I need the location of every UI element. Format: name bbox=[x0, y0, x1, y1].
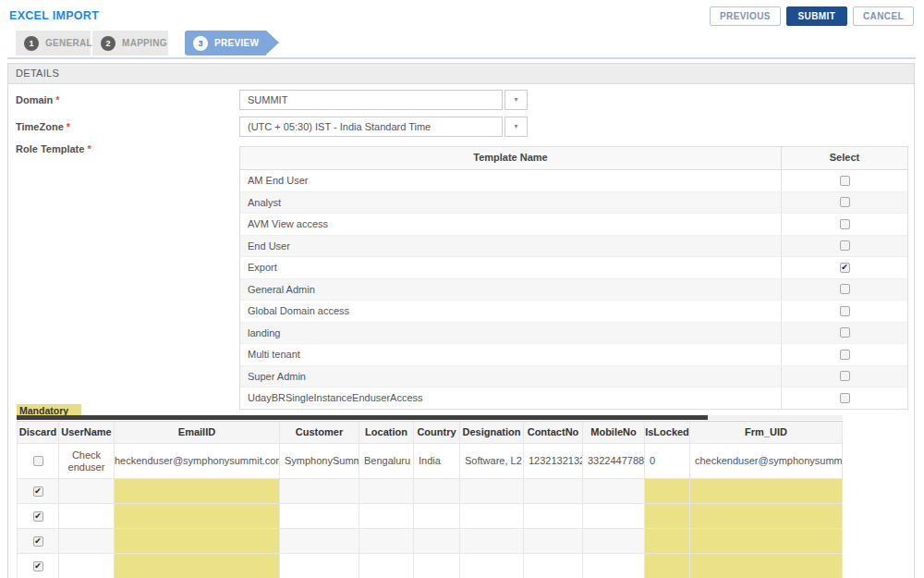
discard-checkbox[interactable] bbox=[33, 561, 43, 572]
cell-discard bbox=[17, 504, 59, 529]
step-mapping[interactable]: 2MAPPING bbox=[92, 31, 168, 55]
role-select-cell bbox=[782, 366, 907, 387]
role-select-checkbox[interactable] bbox=[840, 197, 850, 207]
cell-country bbox=[414, 504, 460, 529]
role-template-row: AM End User bbox=[240, 170, 907, 192]
cell-emailid bbox=[115, 504, 280, 529]
role-select-cell bbox=[782, 170, 907, 191]
cell-islocked bbox=[645, 529, 690, 554]
required-asterisk: * bbox=[67, 121, 70, 132]
role-select-cell bbox=[782, 344, 907, 365]
cell-username bbox=[59, 554, 115, 578]
discard-checkbox[interactable] bbox=[33, 536, 43, 547]
cell-islocked bbox=[645, 554, 690, 578]
timezone-select-arrow-icon[interactable]: ▾ bbox=[505, 117, 528, 137]
role-select-checkbox[interactable] bbox=[840, 219, 850, 229]
role-template-label: Role Template* bbox=[16, 143, 91, 154]
cell-username bbox=[59, 529, 115, 554]
role-template-row: Export bbox=[240, 257, 907, 279]
cell-location bbox=[359, 554, 414, 578]
template-name-cell: Multi tenant bbox=[240, 344, 782, 365]
role-template-row: AVM View access bbox=[240, 214, 907, 236]
cell-mobileno bbox=[583, 529, 645, 554]
role-select-checkbox[interactable] bbox=[840, 263, 850, 273]
cell-country bbox=[414, 529, 460, 554]
column-header-mobileno: MobileNo bbox=[583, 422, 645, 444]
column-header-customer: Customer bbox=[280, 422, 359, 444]
role-select-cell bbox=[782, 387, 907, 409]
timezone-label: TimeZone* bbox=[16, 121, 70, 132]
step-bar-underline bbox=[7, 57, 916, 59]
role-select-cell bbox=[782, 279, 907, 301]
role-select-cell bbox=[782, 301, 907, 322]
cell-islocked bbox=[645, 504, 690, 529]
cell-designation bbox=[460, 529, 524, 554]
horizontal-scrollbar-track[interactable] bbox=[17, 415, 843, 420]
role-template-row: Multi tenant bbox=[240, 344, 907, 366]
role-template-table: Template Name Select AM End UserAnalystA… bbox=[239, 146, 908, 410]
step-label: MAPPING bbox=[122, 38, 167, 48]
cell-contactno: 1232132132 bbox=[524, 444, 583, 479]
template-name-cell: UdayBRSingleInstanceEnduserAccess bbox=[240, 387, 782, 409]
step-general[interactable]: 1GENERAL bbox=[16, 31, 91, 55]
role-select-checkbox[interactable] bbox=[840, 327, 850, 338]
role-select-checkbox[interactable] bbox=[840, 371, 850, 381]
role-select-checkbox[interactable] bbox=[840, 176, 850, 186]
cell-customer: SymphonySummit bbox=[280, 444, 359, 479]
cell-designation bbox=[460, 479, 524, 504]
step-number-badge: 1 bbox=[24, 36, 39, 51]
cell-emailid bbox=[115, 529, 280, 554]
step-label: GENERAL bbox=[45, 38, 92, 48]
discard-checkbox[interactable] bbox=[33, 486, 43, 497]
role-template-row: landing bbox=[240, 323, 907, 345]
role-select-checkbox[interactable] bbox=[840, 284, 850, 294]
cancel-button[interactable]: CANCEL bbox=[853, 6, 914, 26]
template-name-cell: AM End User bbox=[240, 170, 782, 191]
cell-designation: Software, L2 bbox=[460, 444, 524, 479]
cell-location bbox=[359, 504, 414, 529]
column-header-islocked: IsLocked bbox=[645, 422, 690, 444]
template-name-cell: landing bbox=[240, 323, 782, 344]
previous-button[interactable]: PREVIOUS bbox=[710, 6, 781, 26]
cell-location bbox=[359, 529, 414, 554]
step-preview[interactable]: 3PREVIEW bbox=[185, 31, 266, 55]
template-name-cell: General Admin bbox=[240, 279, 782, 301]
cell-designation bbox=[460, 504, 524, 529]
details-section-header: DETAILS bbox=[8, 64, 914, 84]
role-select-checkbox[interactable] bbox=[840, 306, 850, 316]
cell-islocked bbox=[645, 479, 690, 504]
cell-emailid bbox=[115, 554, 280, 578]
preview-data-table: DiscardUserNameEmailIDCustomerLocationCo… bbox=[17, 421, 843, 578]
excel-import-page: EXCEL IMPORT PREVIOUS SUBMIT CANCEL 1GEN… bbox=[0, 0, 924, 578]
role-select-checkbox[interactable] bbox=[840, 240, 850, 251]
cell-contactno bbox=[524, 479, 583, 504]
cell-frm_uid bbox=[690, 504, 843, 529]
cell-username bbox=[59, 504, 115, 529]
discard-checkbox[interactable] bbox=[33, 511, 43, 522]
role-template-rows: AM End UserAnalystAVM View accessEnd Use… bbox=[240, 170, 907, 409]
column-header-designation: Designation bbox=[460, 422, 524, 444]
horizontal-scrollbar-thumb[interactable] bbox=[17, 415, 708, 420]
cell-contactno bbox=[524, 504, 583, 529]
role-select-cell bbox=[782, 257, 907, 278]
role-template-row: Super Admin bbox=[240, 366, 907, 388]
preview-table-header-row: DiscardUserNameEmailIDCustomerLocationCo… bbox=[17, 421, 843, 444]
cell-location bbox=[359, 479, 414, 504]
cell-customer bbox=[280, 479, 359, 504]
submit-button[interactable]: SUBMIT bbox=[786, 6, 847, 26]
discard-checkbox[interactable] bbox=[33, 456, 43, 466]
role-select-checkbox[interactable] bbox=[840, 350, 850, 360]
cell-customer bbox=[280, 529, 359, 554]
cell-customer bbox=[280, 504, 359, 529]
column-header-select: Select bbox=[782, 147, 907, 169]
preview-table-row: Check endusercheckenduser@symphonysummit… bbox=[17, 444, 843, 479]
column-header-username: UserName bbox=[59, 422, 115, 444]
timezone-select[interactable]: (UTC + 05:30) IST - India Standard Time bbox=[239, 117, 503, 137]
column-header-location: Location bbox=[359, 422, 414, 444]
role-select-cell bbox=[782, 236, 907, 257]
role-select-checkbox[interactable] bbox=[840, 393, 850, 403]
role-select-cell bbox=[782, 214, 907, 235]
step-label: PREVIEW bbox=[214, 38, 259, 48]
domain-select[interactable]: SUMMIT bbox=[239, 90, 503, 110]
domain-select-arrow-icon[interactable]: ▾ bbox=[505, 90, 528, 110]
